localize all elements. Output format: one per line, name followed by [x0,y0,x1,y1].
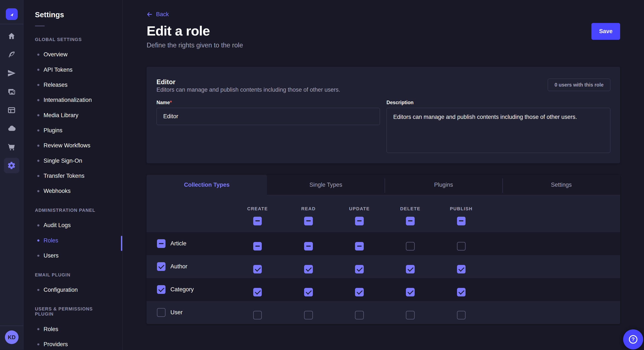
subnav-item-releases[interactable]: Releases [24,77,122,93]
perm-cell [334,237,385,251]
rail-item-marketplace-cart[interactable] [0,138,23,156]
section-label: ADMINISTRATION PANEL [35,208,111,213]
strapi-logo-icon[interactable] [6,8,18,20]
author-update-checkbox[interactable] [355,265,364,273]
row-label: Article [170,240,186,247]
perm-cell [334,283,385,297]
perm-cell [385,260,436,274]
rail-item-cloud[interactable] [0,119,23,138]
user-avatar[interactable]: KD [5,331,18,344]
subnav-item-plugins[interactable]: Plugins [24,123,122,138]
article-create-checkbox[interactable] [253,242,262,250]
perm-cell [436,283,486,297]
name-input[interactable] [156,108,380,125]
category-read-checkbox[interactable] [304,288,313,296]
subnav-item-configuration[interactable]: Configuration [24,282,122,298]
tab-settings[interactable]: Settings [502,175,620,195]
save-button[interactable]: Save [592,23,620,40]
author-publish-checkbox[interactable] [457,265,466,273]
user-read-checkbox[interactable] [304,311,313,319]
category-publish-checkbox[interactable] [457,288,466,296]
tab-single-types[interactable]: Single Types [267,175,385,195]
page-subtitle: Define the rights given to the role [146,41,243,49]
perm-cell [283,283,334,297]
subnav-item-audit-logs[interactable]: Audit Logs [24,218,122,233]
select-all-publish-checkbox[interactable] [457,217,466,225]
subnav-item-single-sign-on[interactable]: Single Sign-On [24,153,122,169]
category-create-checkbox[interactable] [253,288,262,296]
category-row-checkbox[interactable] [157,285,166,294]
permissions-tabbar: Collection TypesSingle TypesPluginsSetti… [146,175,620,195]
rail-item-media-library[interactable] [0,82,23,101]
tab-plugins[interactable]: Plugins [384,175,502,195]
role-details-card: Editor Editors can manage and publish co… [146,67,620,163]
article-update-checkbox[interactable] [355,242,364,250]
media-library-icon-box [7,87,16,96]
subnav-item-api-tokens[interactable]: API Tokens [24,62,122,77]
perm-column-delete: DELETE [385,195,436,232]
subnav-item-review-workflows[interactable]: Review Workflows [24,138,122,153]
perm-column-label: CREATE [247,206,268,211]
row-name-cell: User [146,308,232,317]
select-all-read-checkbox[interactable] [304,217,313,225]
article-delete-checkbox[interactable] [406,242,414,250]
category-update-checkbox[interactable] [355,288,364,296]
back-label: Back [156,11,169,18]
subnav-scrollbar-thumb[interactable] [121,236,122,251]
subnav-item-webhooks[interactable]: Webhooks [24,183,122,199]
perm-column-publish: PUBLISH [436,195,486,232]
subnav-item-roles[interactable]: Roles [24,322,122,337]
user-delete-checkbox[interactable] [406,311,414,319]
user-publish-checkbox[interactable] [457,311,466,319]
help-button[interactable]: ? [623,329,643,349]
settings-subnav: Settings GLOBAL SETTINGSOverviewAPI Toke… [24,0,122,350]
article-read-checkbox[interactable] [304,242,313,250]
users-with-role-badge[interactable]: 0 users with this role [548,79,610,91]
perm-header-spacer [146,195,232,232]
select-all-delete-checkbox[interactable] [406,217,414,225]
article-row-checkbox[interactable] [157,239,166,248]
page-title: Edit a role [146,23,210,38]
strapi-admin-app: KD Settings GLOBAL SETTINGSOverviewAPI T… [0,0,644,350]
author-create-checkbox[interactable] [253,265,262,273]
subnav-section-3: USERS & PERMISSIONS PLUGINRolesProviders [24,306,122,350]
layout-icon [7,106,16,114]
author-row-checkbox[interactable] [157,262,166,271]
rail-divider [0,24,23,24]
perm-cell [334,260,385,274]
author-read-checkbox[interactable] [304,265,313,273]
select-all-create-checkbox[interactable] [253,217,262,225]
name-field-label: Name* [156,100,172,105]
select-all-update-checkbox[interactable] [355,217,364,225]
question-mark-icon: ? [629,335,638,344]
tab-collection-types[interactable]: Collection Types [146,175,267,195]
subnav-item-internationalization[interactable]: Internationalization [24,93,122,108]
subnav-item-users[interactable]: Users [24,248,122,263]
perm-cell [232,237,283,251]
subnav-item-roles[interactable]: Roles [24,233,122,248]
user-row-checkbox[interactable] [157,308,166,317]
section-label: GLOBAL SETTINGS [35,37,111,42]
article-publish-checkbox[interactable] [457,242,466,250]
rail-item-feather[interactable] [0,45,23,64]
rail-item-home[interactable] [0,27,23,45]
category-delete-checkbox[interactable] [406,288,414,296]
perm-cell [436,260,486,274]
back-link[interactable]: Back [146,11,169,18]
rail-item-settings-gear[interactable] [0,156,23,175]
rail-item-layout[interactable] [0,101,23,119]
subnav-section-0: GLOBAL SETTINGSOverviewAPI TokensRelease… [24,37,122,199]
rail-item-paper-plane[interactable] [0,64,23,82]
author-delete-checkbox[interactable] [406,265,414,273]
subnav-item-media-library[interactable]: Media Library [24,108,122,123]
description-textarea[interactable]: Editors can manage and publish contents … [386,108,610,153]
perm-cell [436,237,486,251]
perm-cell [385,237,436,251]
subnav-item-overview[interactable]: Overview [24,47,122,62]
perm-cell [232,260,283,274]
user-create-checkbox[interactable] [253,311,262,319]
perm-column-update: UPDATE [334,195,385,232]
subnav-item-transfer-tokens[interactable]: Transfer Tokens [24,169,122,183]
user-update-checkbox[interactable] [355,311,364,319]
subnav-item-providers[interactable]: Providers [24,337,122,350]
